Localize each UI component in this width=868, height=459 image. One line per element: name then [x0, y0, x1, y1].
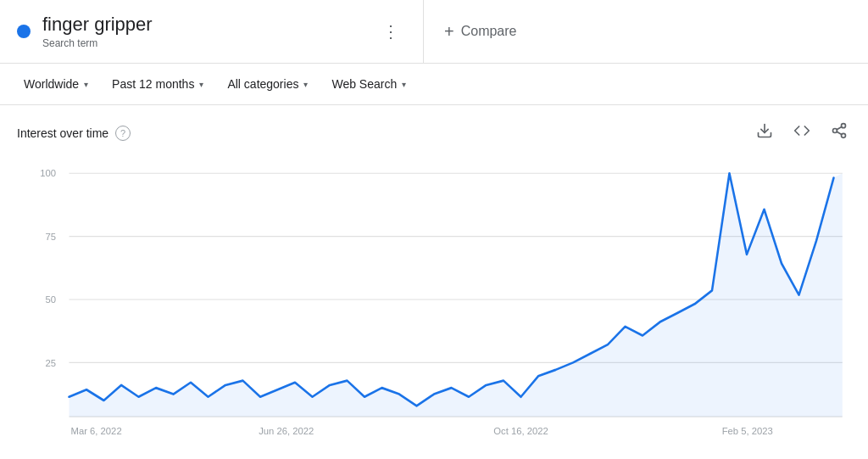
category-filter[interactable]: All categories ▾ [217, 72, 318, 96]
chart-header: Interest over time ? [17, 119, 851, 147]
chart-title-group: Interest over time ? [17, 126, 131, 141]
type-label: Web Search [331, 77, 397, 91]
svg-text:25: 25 [46, 358, 57, 368]
svg-text:Mar 6, 2022: Mar 6, 2022 [71, 427, 122, 437]
compare-plus-icon: + [444, 22, 454, 42]
chart-section: Interest over time ? [0, 105, 868, 457]
search-term-area: finger gripper Search term ⋮ [0, 0, 424, 63]
chart-actions [753, 119, 851, 147]
more-options-icon[interactable]: ⋮ [376, 14, 406, 48]
svg-text:75: 75 [46, 232, 57, 242]
header: finger gripper Search term ⋮ + Compare [0, 0, 868, 64]
term-text: finger gripper Search term [42, 14, 376, 49]
search-term-name: finger gripper [42, 14, 376, 36]
svg-text:Oct 16, 2022: Oct 16, 2022 [493, 427, 548, 437]
embed-icon[interactable] [790, 119, 814, 147]
type-chevron: ▾ [402, 80, 406, 89]
interest-chart: 100 75 50 25 Mar 6, 2022 Jun 26, 2022 Oc… [17, 155, 851, 444]
type-filter[interactable]: Web Search ▾ [321, 72, 416, 96]
svg-line-5 [837, 127, 842, 130]
svg-line-4 [837, 132, 842, 135]
svg-text:Feb 5, 2023: Feb 5, 2023 [722, 427, 773, 437]
time-label: Past 12 months [112, 77, 194, 91]
time-chevron: ▾ [199, 80, 203, 89]
region-chevron: ▾ [84, 80, 88, 89]
share-icon[interactable] [827, 119, 851, 147]
compare-label: Compare [461, 24, 517, 39]
region-filter[interactable]: Worldwide ▾ [14, 72, 98, 96]
filters-bar: Worldwide ▾ Past 12 months ▾ All categor… [0, 64, 868, 105]
category-label: All categories [227, 77, 298, 91]
region-label: Worldwide [24, 77, 79, 91]
help-icon[interactable]: ? [115, 126, 131, 141]
compare-area[interactable]: + Compare [424, 0, 868, 63]
download-icon[interactable] [753, 119, 776, 147]
search-term-label: Search term [42, 37, 376, 49]
chart-title: Interest over time [17, 126, 108, 140]
svg-text:50: 50 [46, 294, 57, 305]
category-chevron: ▾ [303, 80, 308, 89]
svg-text:100: 100 [40, 169, 56, 179]
term-color-dot [17, 25, 31, 38]
time-filter[interactable]: Past 12 months ▾ [102, 72, 214, 96]
chart-container: 100 75 50 25 Mar 6, 2022 Jun 26, 2022 Oc… [17, 155, 851, 444]
svg-text:Jun 26, 2022: Jun 26, 2022 [259, 427, 314, 437]
